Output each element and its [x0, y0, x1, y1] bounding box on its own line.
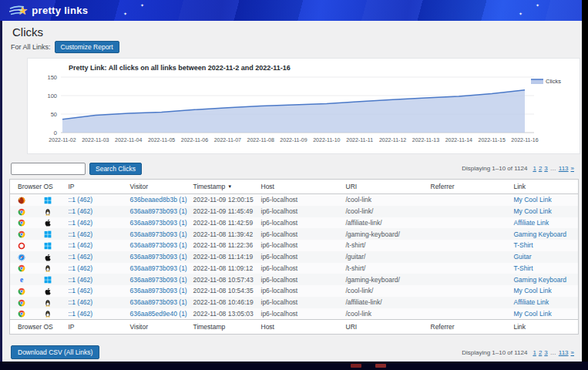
table-row: ::1 (462)636aa8973b093 (1)2022-11-09 11:…: [10, 206, 579, 217]
link-link[interactable]: My Cool Link: [514, 207, 552, 215]
link-link[interactable]: My Cool Link: [514, 310, 552, 318]
column-header-link[interactable]: Link: [511, 180, 579, 194]
visitor-link[interactable]: 636aa8973b093 (1): [130, 253, 187, 261]
apple-icon: [44, 288, 52, 295]
download-csv-button[interactable]: Download CSV (All Links): [11, 345, 99, 359]
host-cell: ip6-localhost: [258, 240, 343, 251]
page-link-2[interactable]: 2: [539, 349, 542, 356]
column-header-referrer[interactable]: Referrer: [428, 180, 511, 194]
next-page-link[interactable]: »: [571, 165, 574, 172]
link-link[interactable]: T-Shirt: [514, 241, 533, 249]
ip-link[interactable]: ::1 (462): [69, 253, 93, 261]
page-link-3[interactable]: 3: [544, 165, 547, 172]
column-header-os[interactable]: OS: [41, 320, 66, 335]
timestamp-cell: 2022-11-08 11:39:42: [190, 228, 258, 240]
x-axis-tick-label: 2022-11-11: [346, 137, 373, 143]
visitor-link[interactable]: 636aa8973b093 (1): [130, 287, 187, 294]
timestamp-cell: 2022-11-08 11:22:36: [190, 240, 258, 251]
visitor-link[interactable]: 636aa8973b093 (1): [130, 219, 187, 227]
host-cell: ip6-localhost: [258, 228, 343, 240]
page-link-last[interactable]: 113: [559, 349, 569, 356]
sort-desc-icon: ▼: [227, 184, 232, 189]
x-axis-tick-label: 2022-11-10: [313, 137, 340, 143]
link-link[interactable]: My Cool Link: [514, 196, 552, 204]
page-link-1[interactable]: 1: [533, 165, 536, 172]
column-header-host[interactable]: Host: [258, 320, 343, 335]
page-link-2[interactable]: 2: [539, 165, 542, 172]
link-link[interactable]: Guitar: [514, 253, 532, 261]
link-link[interactable]: Affiliate Link: [514, 298, 549, 306]
link-link[interactable]: Gaming Keyboard: [514, 276, 567, 284]
column-header-browser[interactable]: Browser: [10, 320, 41, 335]
screen: ★ pretty links ✦ ✦ ✦ ✦ Clicks For All Li…: [0, 0, 588, 370]
page-link-3[interactable]: 3: [544, 349, 547, 356]
sparkle-icon: ✦: [123, 12, 127, 16]
column-header-uri[interactable]: URI: [343, 320, 428, 335]
host-cell: ip6-localhost: [258, 217, 343, 229]
column-header-visitor[interactable]: Visitor: [127, 180, 190, 194]
visitor-link[interactable]: 636beaaed8b3b (1): [130, 196, 187, 204]
column-header-ip[interactable]: IP: [66, 320, 127, 335]
search-input[interactable]: [11, 163, 86, 175]
visitor-link[interactable]: 636aa8973b093 (1): [130, 230, 187, 238]
link-link[interactable]: Affiliate Link: [514, 219, 549, 227]
column-header-os[interactable]: OS: [41, 180, 66, 194]
ip-link[interactable]: ::1 (462): [69, 207, 93, 215]
visitor-link[interactable]: 636aa8973b093 (1): [130, 298, 187, 306]
ip-link[interactable]: ::1 (462): [69, 276, 93, 284]
column-header-host[interactable]: Host: [258, 180, 343, 194]
timestamp-cell: 2022-11-08 11:14:19: [190, 251, 258, 263]
svg-text:e: e: [20, 276, 23, 284]
page-title: Clicks: [12, 25, 43, 39]
legend-swatch: [531, 79, 543, 84]
ip-link[interactable]: ::1 (462): [69, 287, 93, 294]
ip-link[interactable]: ::1 (462): [69, 310, 93, 318]
uri-cell: /gaming-keyboard/: [343, 274, 428, 285]
table-row: ::1 (462)636aa8973b093 (1)2022-11-08 11:…: [10, 263, 579, 274]
ip-link[interactable]: ::1 (462): [69, 196, 93, 204]
link-link[interactable]: T-Shirt: [514, 264, 533, 272]
column-header-link[interactable]: Link: [511, 320, 579, 335]
page-link-last[interactable]: 113: [559, 165, 569, 172]
chrome-icon: [18, 299, 25, 307]
visitor-link[interactable]: 636aa8973b093 (1): [130, 241, 187, 249]
legend-label: Clicks: [546, 78, 561, 85]
table-row: ::1 (462)636aa85ed9e40 (1)2022-11-08 13:…: [10, 308, 579, 320]
page-link-1[interactable]: 1: [533, 349, 536, 356]
search-clicks-button[interactable]: Search Clicks: [89, 163, 142, 175]
ip-link[interactable]: ::1 (462): [69, 241, 93, 249]
link-link[interactable]: Gaming Keyboard: [514, 230, 567, 238]
ip-link[interactable]: ::1 (462): [69, 230, 93, 238]
column-header-referrer[interactable]: Referrer: [428, 320, 511, 335]
visitor-link[interactable]: 636aa8973b093 (1): [130, 264, 187, 272]
referrer-cell: [428, 251, 511, 263]
column-header-browser[interactable]: Browser: [10, 180, 41, 194]
clicks-chart-card: Pretty Link: All clicks on all links bet…: [27, 58, 580, 154]
uri-cell: /cool-link: [343, 308, 428, 320]
chrome-icon: [18, 219, 25, 227]
column-header-visitor[interactable]: Visitor: [127, 320, 190, 335]
ip-link[interactable]: ::1 (462): [69, 264, 93, 272]
column-header-uri[interactable]: URI: [343, 180, 428, 194]
column-header-timestamp[interactable]: Timestamp: [190, 320, 258, 335]
column-header-ip[interactable]: IP: [66, 180, 127, 194]
timestamp-cell: 2022-11-08 10:46:19: [190, 297, 258, 308]
for-all-links-label: For All Links:: [11, 43, 51, 51]
ip-link[interactable]: ::1 (462): [69, 298, 93, 306]
opera-icon: [18, 242, 25, 250]
visitor-link[interactable]: 636aa8973b093 (1): [130, 207, 187, 215]
referrer-cell: [428, 217, 511, 229]
link-link[interactable]: My Cool Link: [514, 287, 552, 294]
pagination-ellipsis: …: [550, 165, 556, 172]
chrome-icon: [18, 288, 25, 295]
x-axis-tick-label: 2022-11-06: [181, 137, 208, 143]
customize-report-button[interactable]: Customize Report: [55, 41, 119, 53]
next-page-link[interactable]: »: [571, 349, 574, 356]
column-header-timestamp[interactable]: Timestamp▼: [190, 180, 258, 194]
linux-icon: [44, 208, 52, 216]
apple-icon: [44, 254, 52, 261]
visitor-link[interactable]: 636aa8973b093 (1): [130, 276, 187, 284]
visitor-link[interactable]: 636aa85ed9e40 (1): [130, 310, 187, 318]
x-axis-tick-label: 2022-11-13: [412, 137, 439, 143]
ip-link[interactable]: ::1 (462): [69, 219, 93, 227]
